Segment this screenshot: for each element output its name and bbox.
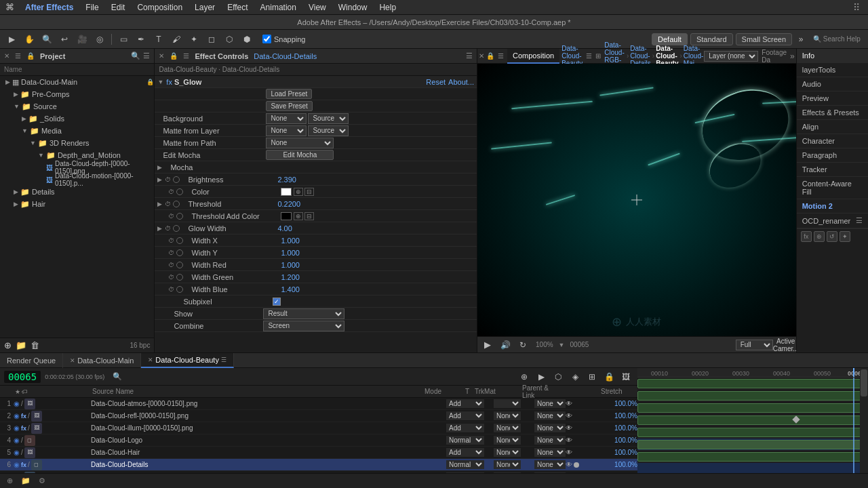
tool-puppet[interactable]: ⬢ — [239, 33, 254, 46]
tab-data-cloud-beauty[interactable]: ✕ Data-Cloud-Beauty ☰ — [141, 353, 234, 368]
glow-width-stopwatch[interactable]: ⏱ — [165, 225, 171, 232]
effect-panel-lock-icon[interactable]: 🔒 — [170, 52, 178, 60]
load-preset-btn[interactable]: Load Preset — [266, 89, 312, 99]
menu-view[interactable]: View — [303, 1, 332, 14]
fx-bar-icon-1[interactable]: fx — [801, 231, 812, 242]
tool-eraser[interactable]: ◻ — [204, 33, 219, 46]
matte-layer-select2[interactable]: Source — [308, 125, 349, 136]
layer-row-3[interactable]: 3 ◉ fx / 🖼 Data-Cloud-illum-[0000-0150].… — [0, 422, 637, 434]
project-panel-options[interactable]: ☰ — [143, 52, 150, 60]
scrollbar-thumb[interactable] — [861, 369, 867, 396]
background-select1[interactable]: None — [266, 113, 307, 124]
matte-layer-select1[interactable]: None — [266, 125, 307, 136]
color-swatch[interactable] — [281, 188, 292, 196]
l3-eye-icon[interactable]: 👁 — [566, 424, 572, 432]
tree-item-main-comp[interactable]: ▶ ▦ Data-Cloud-Main 🔒 — [0, 76, 154, 88]
comp-menu-icon[interactable]: ☰ — [498, 52, 504, 60]
tl-btn-1[interactable]: ⊕ — [517, 370, 532, 384]
tool-pan-behind[interactable]: ◎ — [92, 33, 107, 46]
thc-color-swatch[interactable] — [281, 212, 292, 220]
l4-mode-select[interactable]: Normal — [446, 436, 484, 445]
threshold-stopwatch[interactable]: ⏱ — [165, 201, 171, 207]
effect-panel-close[interactable]: ✕ — [159, 52, 164, 60]
tl-btn-2[interactable]: ▶ — [534, 370, 549, 384]
tree-item-3drenders[interactable]: ▼ 📁 3D Renders — [0, 137, 154, 149]
l3-solo-icon[interactable]: ◉ — [14, 424, 20, 432]
project-panel-lock-icon[interactable]: 🔒 — [26, 52, 35, 60]
l4-solo-icon[interactable]: ◉ — [14, 436, 20, 444]
l1-parent[interactable]: None — [534, 399, 566, 408]
tree-item-media[interactable]: ▼ 📁 Media — [0, 125, 154, 137]
project-panel-close[interactable]: ✕ — [4, 52, 9, 60]
wr-stopwatch[interactable]: ⏱ — [168, 262, 174, 268]
comp-panel-options[interactable]: ⊞ — [595, 52, 601, 60]
wb-value[interactable]: 1.400 — [281, 285, 474, 293]
comp-view-mode[interactable]: Full — [736, 340, 773, 350]
comp-play-btn[interactable]: ▶ — [480, 338, 495, 352]
track-clip-6[interactable] — [637, 440, 868, 449]
menu-edit[interactable]: Edit — [106, 1, 131, 14]
track-clip-5[interactable] — [637, 428, 868, 437]
tl-btn-3[interactable]: ⬡ — [551, 370, 566, 384]
rpt-audio[interactable]: Audio — [797, 77, 868, 92]
l4-eye-icon[interactable]: 👁 — [566, 436, 572, 444]
l6-mode-select[interactable]: Normal — [446, 460, 484, 469]
l3-edit-icon[interactable]: / — [28, 424, 30, 432]
l1-fx-icon[interactable]: / — [21, 400, 23, 407]
comp-audio-btn[interactable]: 🔊 — [498, 338, 513, 352]
bt-folder-icon[interactable]: 📁 — [18, 476, 33, 485]
menu-help[interactable]: Help — [374, 1, 401, 14]
tool-rotate[interactable]: ↩ — [57, 33, 72, 46]
brightness-expand-icon[interactable]: ▶ — [157, 176, 162, 183]
l2-eye-icon[interactable]: 👁 — [566, 412, 572, 420]
glow-width-value[interactable]: 4.00 — [277, 224, 474, 232]
layer-row-6[interactable]: 6 ◉ fx / ◻ Data-Cloud-Details Normal Non… — [0, 459, 637, 471]
fx-bar-icon-2[interactable]: ⊛ — [814, 231, 825, 242]
l3-fx-label[interactable]: fx — [21, 425, 26, 432]
tree-item-source[interactable]: ▼ 📁 Source — [0, 100, 154, 113]
menu-composition[interactable]: Composition — [132, 1, 188, 14]
l6-edit-icon[interactable]: / — [28, 461, 30, 468]
effect-about-btn[interactable]: About... — [448, 78, 474, 86]
wy-value[interactable]: 1.000 — [281, 249, 474, 257]
l3-mode-select[interactable]: Add — [446, 424, 484, 432]
l5-eye-icon[interactable]: 👁 — [566, 449, 572, 456]
tool-clone[interactable]: ✦ — [186, 33, 201, 46]
layer-row-5[interactable]: 5 ◉ / 🖼 Data-Cloud-Hair Add None None 👁 — [0, 447, 637, 459]
tree-item-hair[interactable]: ▶ 📁 Hair — [0, 198, 154, 210]
wy-stopwatch[interactable]: ⏱ — [168, 249, 174, 256]
workspace-small-screen[interactable]: Small Screen — [736, 33, 792, 45]
subpixel-checkbox[interactable]: ✓ — [273, 298, 281, 306]
l4-trkmat[interactable]: None — [494, 436, 521, 445]
comp-expand-icon[interactable]: » — [790, 52, 795, 61]
comp-loop-btn[interactable]: ↻ — [515, 338, 530, 352]
l6-eye-icon[interactable]: 👁 — [566, 461, 572, 468]
project-delete-icon[interactable]: 🗑 — [31, 340, 39, 350]
l2-fx-label[interactable]: fx — [21, 413, 26, 420]
l6-fx-label[interactable]: fx — [21, 462, 26, 468]
wx-stopwatch[interactable]: ⏱ — [168, 237, 174, 244]
threshold-value[interactable]: 0.2200 — [277, 200, 474, 208]
project-folder-icon[interactable]: 📁 — [16, 340, 26, 350]
l1-eye-icon[interactable]: 👁 — [566, 400, 572, 407]
tl-btn-5[interactable]: ⊞ — [585, 370, 599, 384]
tab-close-main[interactable]: ✕ — [70, 357, 75, 364]
search-help-btn[interactable]: 🔍 Search Help — [810, 33, 864, 46]
effect-panel-menu-icon[interactable]: ☰ — [183, 52, 189, 60]
transfer-icon-1[interactable]: ⊕ — [294, 188, 303, 196]
rpt-tracker[interactable]: Tracker — [797, 163, 868, 177]
snapping-checkbox[interactable] — [262, 35, 271, 43]
wg-stopwatch[interactable]: ⏱ — [168, 274, 174, 281]
ocd-renamer-menu-icon[interactable]: ☰ — [856, 216, 863, 225]
menu-effect[interactable]: Effect — [222, 1, 253, 14]
l5-edit-icon[interactable]: / — [21, 449, 23, 456]
mocha-expand-icon[interactable]: ▶ — [157, 164, 162, 171]
l2-parent[interactable]: None — [534, 411, 566, 420]
tl-btn-4[interactable]: ◈ — [568, 370, 583, 384]
layer-row-4[interactable]: 4 ◉ / ◻ Data-Cloud-Logo Normal None None… — [0, 434, 637, 447]
tool-hand[interactable]: ✋ — [22, 33, 37, 46]
combine-select[interactable]: Screen — [263, 321, 344, 331]
comp-camera-btn[interactable]: Active Camer... — [778, 338, 793, 352]
tool-brush[interactable]: 🖌 — [169, 33, 184, 46]
tool-camera[interactable]: 🎥 — [75, 33, 90, 46]
